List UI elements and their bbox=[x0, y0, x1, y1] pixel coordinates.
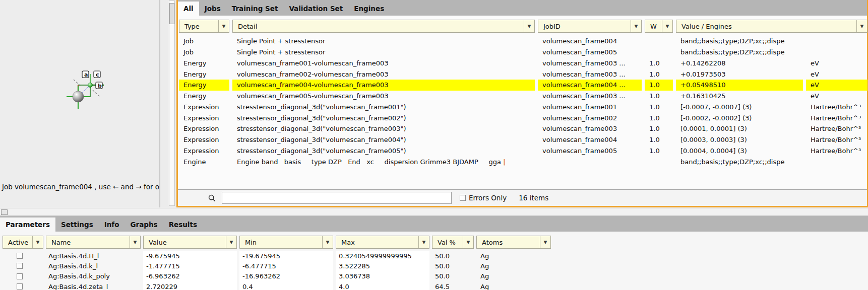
chevron-down-icon[interactable]: ▼ bbox=[226, 236, 236, 248]
training-set-row[interactable]: Expression stresstensor_diagonal_3d("vol… bbox=[178, 146, 867, 157]
filter-value-engines-label: Value / Engines bbox=[676, 23, 856, 30]
cell-min[interactable]: 0.4 bbox=[239, 281, 333, 290]
chevron-down-icon[interactable]: ▼ bbox=[418, 236, 429, 248]
cell-min[interactable]: -16.963262 bbox=[239, 271, 333, 281]
cell-unit bbox=[806, 47, 867, 58]
cell-max[interactable]: 3.036738 bbox=[336, 271, 429, 281]
cell-max[interactable]: 3.522285 bbox=[336, 261, 429, 271]
filter-atoms[interactable]: Atoms ▼ bbox=[476, 236, 551, 249]
parameter-row[interactable]: Ag:Basis.4d.k_l -1.477715 -6.477715 3.52… bbox=[0, 261, 868, 271]
chevron-down-icon[interactable]: ▼ bbox=[130, 236, 140, 248]
training-set-row[interactable]: Job Single Point + stresstensor volumesc… bbox=[178, 36, 867, 47]
filter-type[interactable]: Type ▼ bbox=[179, 20, 229, 33]
chevron-down-icon[interactable]: ▼ bbox=[540, 236, 550, 248]
search-input[interactable] bbox=[222, 192, 452, 204]
cell-value[interactable]: 2.720229 bbox=[143, 281, 237, 290]
filter-name[interactable]: Name ▼ bbox=[46, 236, 141, 249]
cell-type: Expression bbox=[179, 112, 229, 123]
training-set-row[interactable]: Energy volumescan_frame004-volumescan_fr… bbox=[178, 80, 867, 91]
chevron-down-icon[interactable]: ▼ bbox=[631, 20, 641, 32]
cell-jobid: volumescan_frame005 bbox=[538, 146, 642, 157]
training-set-tab[interactable]: Jobs bbox=[199, 2, 226, 16]
cell-min[interactable]: -6.477715 bbox=[239, 261, 333, 271]
chevron-down-icon[interactable]: ▼ bbox=[218, 20, 229, 32]
training-set-row[interactable]: Energy volumescan_frame002-volumescan_fr… bbox=[178, 68, 867, 80]
training-set-row[interactable]: Energy volumescan_frame005-volumescan_fr… bbox=[178, 91, 867, 102]
filter-min[interactable]: Min ▼ bbox=[239, 236, 333, 249]
filter-value-engines[interactable]: Value / Engines ▼ bbox=[676, 20, 867, 33]
errors-only-checkbox[interactable] bbox=[460, 195, 466, 201]
cell-unit: Hartree/Bohr^³ bbox=[806, 123, 867, 134]
training-set-row[interactable]: Engine Engine band basis type DZP End xc… bbox=[178, 156, 867, 167]
training-set-row[interactable]: Expression stresstensor_diagonal_3d("vol… bbox=[178, 112, 867, 123]
training-set-row[interactable]: Job Single Point + stresstensor volumesc… bbox=[178, 47, 867, 58]
filter-valpct[interactable]: Val % ▼ bbox=[432, 236, 474, 249]
active-checkbox[interactable] bbox=[17, 253, 23, 259]
filter-max[interactable]: Max ▼ bbox=[336, 236, 429, 249]
training-set-tab[interactable]: Validation Set bbox=[283, 2, 348, 16]
molecule-3d-view[interactable]: a c b bbox=[0, 0, 160, 181]
parameter-row[interactable]: Ag:Basis.4d.k_poly -6.963262 -16.963262 … bbox=[0, 271, 868, 281]
cell-jobid: volumescan_frame001 bbox=[538, 102, 642, 113]
cell-value[interactable]: -6.963262 bbox=[143, 271, 237, 281]
vertical-scrollbar-thumb[interactable] bbox=[169, 3, 174, 24]
cell-max[interactable]: 4.0 bbox=[336, 281, 429, 290]
parameters-tabbar: Parameters Settings Info Graphs Results bbox=[0, 216, 868, 232]
training-set-tab[interactable]: All bbox=[178, 2, 199, 16]
cell-jobid: volumescan_frame002 bbox=[538, 112, 642, 123]
cell-weight: 1.0 bbox=[645, 123, 673, 134]
parameters-tab[interactable]: Graphs bbox=[125, 218, 163, 232]
training-set-tab[interactable]: Training Set bbox=[226, 2, 284, 16]
parameter-row[interactable]: Ag:Basis.4d.H_l -9.675945 -19.675945 0.3… bbox=[0, 251, 868, 261]
cell-value[interactable]: -9.675945 bbox=[143, 251, 237, 261]
filter-weight[interactable]: W ▼ bbox=[645, 20, 673, 33]
cell-detail-text: volumescan_frame002-volumescan_frame003 bbox=[237, 70, 389, 78]
cell-detail: volumescan_frame002-volumescan_frame003 bbox=[232, 68, 535, 80]
cell-max[interactable]: 0.3240549999999995 bbox=[336, 251, 429, 261]
chevron-down-icon[interactable]: ▼ bbox=[856, 20, 867, 32]
params-main-window: a c b Job volumescan_frame004 , use ← an… bbox=[0, 0, 868, 290]
vertical-splitter[interactable] bbox=[160, 0, 176, 207]
cell-detail: Engine band basis type DZP End xc disper… bbox=[232, 156, 535, 167]
active-checkbox[interactable] bbox=[17, 273, 23, 279]
vertical-scrollbar[interactable] bbox=[169, 1, 175, 206]
training-set-row[interactable]: Energy volumescan_frame001-volumescan_fr… bbox=[178, 58, 867, 69]
cell-atoms: Ag bbox=[476, 251, 551, 261]
cell-weight bbox=[645, 36, 673, 47]
molecule-viewer-panel[interactable]: a c b Job volumescan_frame004 , use ← an… bbox=[0, 0, 160, 207]
parameters-tab[interactable]: Results bbox=[163, 218, 203, 232]
lattice-origin-point[interactable] bbox=[88, 83, 93, 88]
ag-atom[interactable] bbox=[73, 91, 84, 102]
active-checkbox[interactable] bbox=[17, 283, 23, 289]
cell-value: [-0.0007, -0.0007] (3) bbox=[676, 102, 803, 113]
parameter-row[interactable]: Ag:Basis.4d.zeta_l 2.720229 0.4 4.0 64.5… bbox=[0, 281, 868, 290]
cell-min[interactable]: -19.675945 bbox=[239, 251, 333, 261]
cell-value[interactable]: -1.477715 bbox=[143, 261, 237, 271]
cell-unit: eV bbox=[806, 68, 867, 80]
chevron-down-icon[interactable]: ▼ bbox=[662, 20, 672, 32]
chevron-down-icon[interactable]: ▼ bbox=[322, 236, 333, 248]
chevron-down-icon[interactable]: ▼ bbox=[32, 236, 43, 248]
filter-value[interactable]: Value ▼ bbox=[143, 236, 237, 249]
chevron-down-icon[interactable]: ▼ bbox=[524, 20, 534, 32]
viewer-status-text: Job volumescan_frame004 , use ← and → fo… bbox=[2, 183, 160, 191]
training-set-tab[interactable]: Engines bbox=[348, 2, 390, 16]
horizontal-scrollbar[interactable] bbox=[0, 208, 868, 216]
parameters-tab[interactable]: Info bbox=[99, 218, 125, 232]
training-set-row[interactable]: Expression stresstensor_diagonal_3d("vol… bbox=[178, 134, 867, 146]
training-set-row[interactable]: Expression stresstensor_diagonal_3d("vol… bbox=[178, 123, 867, 134]
active-checkbox[interactable] bbox=[17, 263, 23, 269]
filter-valpct-label: Val % bbox=[432, 239, 463, 246]
filter-active[interactable]: Active ▼ bbox=[3, 236, 43, 249]
horizontal-scrollbar-thumb[interactable] bbox=[1, 209, 8, 215]
cell-type: Energy bbox=[179, 58, 229, 69]
parameters-tab[interactable]: Parameters bbox=[0, 218, 55, 232]
cell-value: +0.14262208 bbox=[676, 58, 803, 69]
filter-jobid[interactable]: JobID ▼ bbox=[538, 20, 642, 33]
chevron-down-icon[interactable]: ▼ bbox=[463, 236, 473, 248]
cell-active bbox=[3, 271, 43, 281]
parameters-tab[interactable]: Settings bbox=[55, 218, 99, 232]
filter-detail[interactable]: Detail ▼ bbox=[232, 20, 535, 33]
training-set-row[interactable]: Expression stresstensor_diagonal_3d("vol… bbox=[178, 102, 867, 113]
training-set-table-body: Job Single Point + stresstensor volumesc… bbox=[178, 36, 867, 167]
